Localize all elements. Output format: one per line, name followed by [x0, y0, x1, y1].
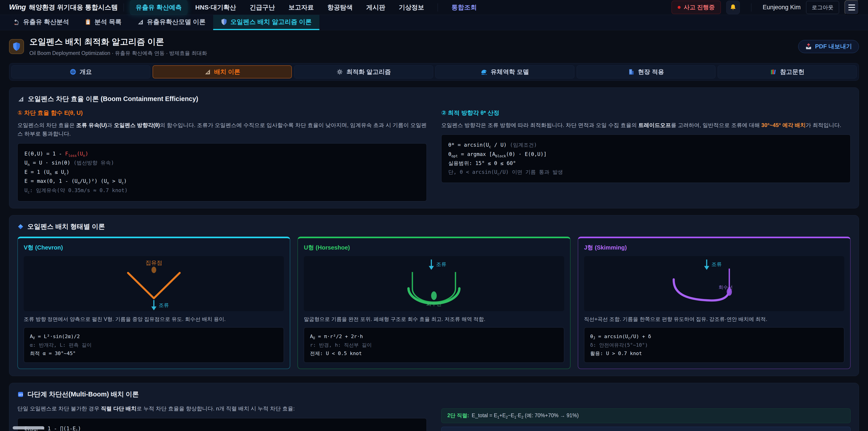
- notifications-button[interactable]: [726, 1, 740, 14]
- analysis-tabbar: 유출유 확산분석 분석 목록 유출유확산모델 이론 오일펜스 배치 알고리즘 이…: [0, 15, 868, 30]
- nav-divider: [124, 3, 124, 11]
- optimal-angle-column: ② 최적 방향각 θ* 산정 오일펜스 방향각은 조류 방향에 따라 최적화됩니…: [441, 109, 850, 202]
- nav-divider: [751, 3, 751, 11]
- building-icon: [628, 68, 635, 75]
- clipboard-icon: [85, 19, 91, 25]
- triangle-ruler-icon: [18, 96, 24, 102]
- incident-status-badge: 사고 진행중: [672, 1, 721, 14]
- logo-title: 해양환경 위기대응 통합시스템: [29, 3, 118, 12]
- formula-line: 단, θ < arcsin(Uc/U) 이면 기름 통과 발생: [448, 168, 844, 177]
- nav-item-emergency-rescue[interactable]: 긴급구난: [244, 0, 281, 15]
- multi-boom-columns: 단일 오일펜스로 차단 불가한 경우 직렬 다단 배치로 누적 차단 효율을 향…: [18, 404, 850, 431]
- shape-cards: V형 (Chevron) 집유점 조류 조류 방향 정면에서 양측으로 펼친 V…: [18, 237, 850, 369]
- horseshoe-diagram: 조류 회수선: [304, 256, 564, 311]
- formula-line: 최적 α = 30°~45°: [30, 349, 278, 358]
- diamond-icon: [18, 223, 24, 230]
- main-content: 오일펜스 배치 최적화 알고리즘 이론 Oil Boom Deployment …: [0, 30, 868, 431]
- export-icon: [805, 43, 812, 50]
- horizontal-scrollbar-thumb[interactable]: [13, 426, 44, 429]
- formula-line: Uc: 임계유속(약 0.35m/s ≈ 0.7 knot): [24, 186, 420, 195]
- formula-line: r: 반경, h: 직선부 길이: [310, 341, 558, 349]
- formula-line: 활용: U > 0.7 knot: [590, 349, 838, 358]
- formula-line: θopt = argmax [Ablock(θ) · E(θ,U)]: [448, 150, 844, 159]
- shape-card-skimming: J형 (Skimming) 조류 회수선 직선+곡선 조합. 기름을 한쪽으로 …: [578, 237, 850, 369]
- multi-boom-paragraph: 단일 오일펜스로 차단 불가한 경우 직렬 다단 배치로 누적 차단 효율을 향…: [18, 404, 427, 413]
- current-label: 조류: [159, 302, 169, 308]
- section-tab-field-application[interactable]: 현장 적용: [577, 65, 716, 79]
- tab-label: 유출유확산모델 이론: [147, 18, 206, 26]
- section-title: 다단계 차단선(Multi-Boom) 배치 이론: [27, 390, 139, 399]
- top-navigation: Wing 해양환경 위기대응 통합시스템 유출유 확산예측 HNS·대기확산 긴…: [0, 0, 868, 15]
- shape-title: V형 (Chevron): [24, 244, 284, 251]
- nav-item-integrated-search[interactable]: 통합조회: [445, 0, 483, 15]
- formula-line: E = 1 (Un ≤ Uc): [24, 168, 420, 177]
- triangle-ruler-icon: [204, 68, 211, 75]
- formula-line: E = max(0, 1 - (Un/Uc)²) (Un > Uc): [24, 177, 420, 186]
- section-tab-label: 배치 이론: [214, 68, 240, 76]
- shape-description: 직선+곡선 조합. 기름을 한쪽으로 편향 유도하여 집유. 강조류·연안 배치…: [584, 315, 844, 324]
- page-shield-icon: [9, 39, 24, 54]
- subsection-paragraph: 오일펜스 방향각은 조류 방향에 따라 최적화됩니다. 차단 면적과 오일 수집…: [441, 121, 850, 129]
- incident-dot-icon: [678, 6, 681, 9]
- multi-boom-notes: 2단 직렬: E_total = E1+E2−E1·E2 (예: 70%+70%…: [441, 408, 850, 431]
- horseshoe-formula-block: AU = π·r²/2 + 2r·h r: 반경, h: 직선부 길이 전제: …: [304, 327, 564, 363]
- shape-title: J형 (Skimming): [584, 244, 844, 251]
- pdf-export-button[interactable]: PDF 내보내기: [798, 40, 859, 53]
- angle-formula-block: θ* = arcsin(Uc / U) (임계조건) θopt = argmax…: [441, 134, 850, 183]
- section-tab-deployment-theory[interactable]: 배치 이론: [153, 65, 292, 79]
- section-tabbar: 개요 배치 이론 최적화 알고리즘: [9, 63, 859, 81]
- app-logo[interactable]: Wing 해양환경 위기대응 통합시스템: [9, 3, 118, 12]
- top-right-cluster: 사고 진행중 Eunjeong Kim 로그아웃: [672, 0, 859, 15]
- skimming-formula-block: θJ = arcsin(Uc/U) + δ δ: 안전여유각(5°~10°) 활…: [584, 327, 844, 363]
- tab-diffusion-model-theory[interactable]: 유출유확산모델 이론: [129, 15, 213, 30]
- nav-item-weather[interactable]: 기상정보: [393, 0, 430, 15]
- section-tab-hydrodynamics-model[interactable]: 유체역학 모델: [435, 65, 575, 79]
- boom-layout-shapes-section: 오일펜스 배치 형태별 이론 V형 (Chevron) 집유점 조류 조류 방향…: [9, 215, 859, 376]
- chevron-formula-block: AV = L²·sin(2α)/2 α: 반개각, L: 편측 길이 최적 α …: [24, 327, 284, 363]
- recovery-vessel-dot: [431, 291, 437, 300]
- nav-item-oil-spill-prediction[interactable]: 유출유 확산예측: [130, 0, 188, 15]
- formula-line: 실용범위: 15° ≤ θ ≤ 60°: [448, 159, 844, 167]
- section-tab-overview[interactable]: 개요: [11, 65, 150, 79]
- efficiency-formula-block: E(θ,U) = 1 - Floss(Un) Un = U · sin(θ) (…: [18, 143, 427, 202]
- nav-item-aerial-search[interactable]: 항공탐색: [321, 0, 359, 15]
- formula-line: Etotal = 1 - ∏(1-Ei): [24, 424, 420, 431]
- section-tab-label: 개요: [80, 68, 92, 76]
- section-tab-references[interactable]: 참고문헌: [718, 65, 857, 79]
- logout-button[interactable]: 로그아웃: [806, 1, 839, 14]
- current-label: 조류: [436, 261, 447, 267]
- nav-item-hns-diffusion[interactable]: HNS·대기확산: [189, 0, 242, 15]
- logo-mark: Wing: [9, 3, 26, 11]
- multi-boom-formula-column: 단일 오일펜스로 차단 불가한 경우 직렬 다단 배치로 누적 차단 효율을 향…: [18, 404, 427, 431]
- formula-line: Un = U · sin(θ) (법선방향 유속): [24, 158, 420, 168]
- hamburger-menu-button[interactable]: [844, 0, 859, 15]
- tab-boom-algorithm-theory[interactable]: 오일펜스 배치 알고리즘 이론: [213, 15, 319, 30]
- tab-oil-spill-analysis[interactable]: 유출유 확산분석: [5, 15, 77, 30]
- microscope-icon: [13, 19, 20, 25]
- tab-label: 오일펜스 배치 알고리즘 이론: [230, 18, 311, 26]
- books-icon: [770, 68, 777, 75]
- shape-description: 조류 방향 정면에서 양측으로 펼친 V형. 기름을 중앙 집유점으로 유도. …: [24, 315, 284, 324]
- current-arrowhead: [151, 306, 156, 310]
- gear-icon: [336, 68, 343, 75]
- efficiency-function-column: ① 차단 효율 함수 E(θ, U) 오일펜스의 차단 효율은 조류 유속(U)…: [18, 109, 427, 202]
- containment-efficiency-section: 오일펜스 차단 효율 이론 (Boom Containment Efficien…: [9, 88, 859, 208]
- page-subtitle: Oil Boom Deployment Optimization · 유출유 확…: [29, 50, 207, 57]
- tab-label: 유출유 확산분석: [23, 18, 69, 26]
- boom-v-lines: [128, 273, 180, 298]
- bell-icon: [730, 4, 737, 11]
- section-tab-label: 유체역학 모델: [491, 68, 529, 76]
- formula-line: δ: 안전여유각(5°~10°): [590, 341, 838, 349]
- nav-item-reports[interactable]: 보고자료: [283, 0, 320, 15]
- section-tab-optimization-algorithm[interactable]: 최적화 알고리즘: [294, 65, 433, 79]
- user-name: Eunjeong Kim: [763, 4, 801, 11]
- boom-j-hook: [674, 279, 729, 300]
- recovery-vessel-dot: [727, 288, 732, 296]
- triangle-ruler-icon: [137, 19, 144, 25]
- section-tab-label: 현장 적용: [638, 68, 664, 76]
- numbers-icon: 123: [18, 391, 24, 398]
- shape-title: U형 (Horseshoe): [304, 244, 564, 251]
- nav-item-board[interactable]: 게시판: [360, 0, 391, 15]
- tab-analysis-list[interactable]: 분석 목록: [77, 15, 129, 30]
- section-title: 오일펜스 차단 효율 이론 (Boom Containment Efficien…: [28, 94, 198, 103]
